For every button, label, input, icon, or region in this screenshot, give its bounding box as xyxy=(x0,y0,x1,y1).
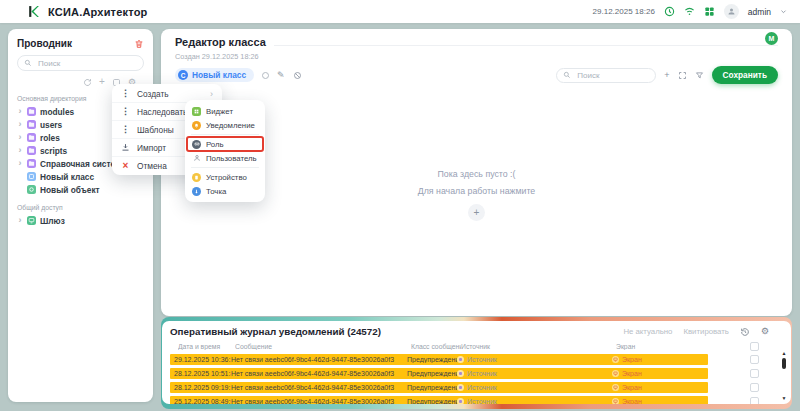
journal-gradient-frame: Оперативный журнал уведомлений (24572) Н… xyxy=(161,317,792,409)
header-divider xyxy=(274,45,778,46)
class-badge: С xyxy=(178,70,188,80)
source-icon xyxy=(457,356,464,363)
clock-icon[interactable] xyxy=(664,6,675,17)
add-icon[interactable]: + xyxy=(664,71,669,80)
user-avatar[interactable] xyxy=(724,4,739,19)
menu-item-label: Создать xyxy=(137,89,169,99)
row-checkbox[interactable] xyxy=(750,397,759,404)
acknowledge-button[interactable]: Квитировать xyxy=(683,327,729,336)
sidebar-item-new-object[interactable]: Новый объект xyxy=(17,183,144,196)
row-checkbox[interactable] xyxy=(750,383,759,392)
chevron-right-icon[interactable]: › xyxy=(17,120,23,129)
column-source: Источник xyxy=(461,343,616,350)
sidebar-search[interactable] xyxy=(17,55,144,71)
expand-icon[interactable] xyxy=(678,71,687,80)
filter-icon[interactable] xyxy=(695,71,704,80)
submenu-item-widget[interactable]: Виджет xyxy=(185,104,265,118)
add-element-button[interactable]: + xyxy=(468,204,485,221)
source-icon xyxy=(457,384,464,391)
submenu-item-label: Роль xyxy=(206,140,224,149)
submenu-item-point[interactable]: Точка xyxy=(185,184,265,198)
editor-search-input[interactable] xyxy=(575,70,649,81)
cell-source: Источник xyxy=(467,398,497,404)
editor-search[interactable] xyxy=(556,68,656,83)
table-row[interactable]: 28.12.2025 09:19:17 Нет связи aeebc06f-9… xyxy=(170,382,708,393)
topbar: КСИА.Архитектор 29.12.2025 18:26 admin xyxy=(0,0,800,23)
column-message-class: Класс сообщения xyxy=(411,343,461,350)
add-icon[interactable]: + xyxy=(99,77,105,87)
row-checkbox[interactable] xyxy=(750,369,759,378)
tab-new-class[interactable]: С Новый класс xyxy=(175,68,254,82)
tree-label: Новый объект xyxy=(40,185,100,195)
chevron-right-icon: › xyxy=(210,89,213,99)
list-icon: ⋮ xyxy=(121,125,130,134)
chevron-right-icon[interactable]: › xyxy=(17,133,23,142)
menu-item-label: Шаблоны xyxy=(137,125,174,135)
table-row[interactable]: 29.12.2025 10:36:28 Нет связи aeebc06f-9… xyxy=(170,354,708,365)
search-icon xyxy=(24,59,32,67)
class-icon xyxy=(27,172,36,181)
table-row[interactable]: 25.12.2025 08:49:09 Нет связи aeebc06f-9… xyxy=(170,396,708,404)
source-icon xyxy=(457,370,464,377)
trash-icon[interactable] xyxy=(134,39,144,49)
point-icon xyxy=(192,187,201,196)
cell-message: Нет связи aeebc06f-9bc4-462d-9447-85e300… xyxy=(231,370,407,377)
cell-screen: Экран xyxy=(622,398,642,404)
select-all-checkbox[interactable] xyxy=(750,342,759,351)
editor-avatar[interactable]: M xyxy=(765,32,778,45)
refresh-icon[interactable] xyxy=(83,78,92,87)
widget-icon xyxy=(192,107,201,116)
sidebar-item-gateway[interactable]: › Шлюз xyxy=(17,214,144,227)
wifi-icon[interactable] xyxy=(684,6,695,17)
role-mask-icon xyxy=(192,140,201,149)
chevron-right-icon[interactable]: › xyxy=(17,159,23,168)
vertical-scrollbar[interactable]: ▲ ▼ xyxy=(780,351,788,401)
submenu-item-device[interactable]: Устройство xyxy=(185,170,265,184)
folder-icon xyxy=(27,107,36,116)
row-checkbox[interactable] xyxy=(750,355,759,364)
datetime: 29.12.2025 18:26 xyxy=(593,7,655,16)
cell-message-class: Предупреждение xyxy=(407,356,457,363)
disable-icon[interactable] xyxy=(293,71,302,80)
cell-datetime: 28.12.2025 09:19:17 xyxy=(174,384,231,391)
page-title: Редактор класса xyxy=(175,36,266,48)
app-title: КСИА.Архитектор xyxy=(48,6,148,18)
chevron-right-icon[interactable]: › xyxy=(17,107,23,116)
submenu-item-label: Устройство xyxy=(206,173,247,182)
not-actual-button[interactable]: Не актуально xyxy=(623,327,672,336)
save-button[interactable]: Сохранить xyxy=(712,66,778,84)
device-icon xyxy=(192,173,201,182)
menu-item-label: Наследовать xyxy=(137,107,187,117)
edit-icon[interactable]: ✎ xyxy=(277,71,285,80)
cell-screen: Экран xyxy=(622,370,642,377)
gear-icon[interactable]: ⚙ xyxy=(761,327,769,336)
scrollbar-thumb[interactable] xyxy=(782,358,786,369)
scroll-up-icon[interactable]: ▲ xyxy=(782,351,787,356)
chevron-down-icon[interactable] xyxy=(780,8,787,15)
source-icon xyxy=(457,398,464,404)
username[interactable]: admin xyxy=(748,7,771,17)
tree-label: roles xyxy=(40,133,60,143)
column-message: Сообщение xyxy=(235,343,411,350)
submenu-item-user[interactable]: Пользователь xyxy=(185,151,265,165)
sidebar-search-input[interactable] xyxy=(36,58,137,69)
folder-icon xyxy=(27,159,36,168)
cell-message: Нет связи aeebc06f-9bc4-462d-9447-85e300… xyxy=(231,398,407,404)
explorer-title: Проводник xyxy=(17,38,72,49)
cell-message-class: Предупреждение xyxy=(407,384,457,391)
apps-grid-icon[interactable] xyxy=(704,6,715,17)
chevron-right-icon[interactable]: › xyxy=(17,216,23,225)
submenu-item-role[interactable]: Роль xyxy=(187,137,263,151)
tree-label: users xyxy=(40,120,62,130)
column-screen: Экран xyxy=(616,343,750,350)
status-dot-icon[interactable] xyxy=(262,72,269,79)
table-row[interactable]: 28.12.2025 10:51:46 Нет связи aeebc06f-9… xyxy=(170,368,708,379)
menu-item-label: Отмена xyxy=(137,161,167,171)
submenu-item-label: Точка xyxy=(206,187,226,196)
history-icon[interactable] xyxy=(740,327,750,337)
submenu-item-notification[interactable]: Уведомление xyxy=(185,118,265,132)
scroll-down-icon[interactable]: ▼ xyxy=(782,396,787,401)
person-icon xyxy=(192,154,201,163)
chevron-right-icon[interactable]: › xyxy=(17,146,23,155)
tree-label: modules xyxy=(40,107,74,117)
